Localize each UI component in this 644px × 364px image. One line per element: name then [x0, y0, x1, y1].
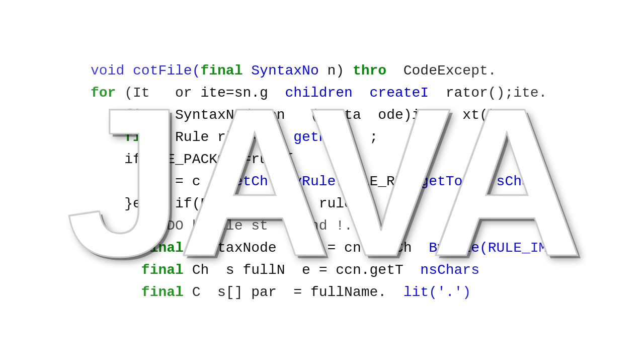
java-title: JAVA	[66, 77, 578, 288]
main-container: void cotFile(final SyntaxNo n) thro Code…	[0, 0, 644, 364]
